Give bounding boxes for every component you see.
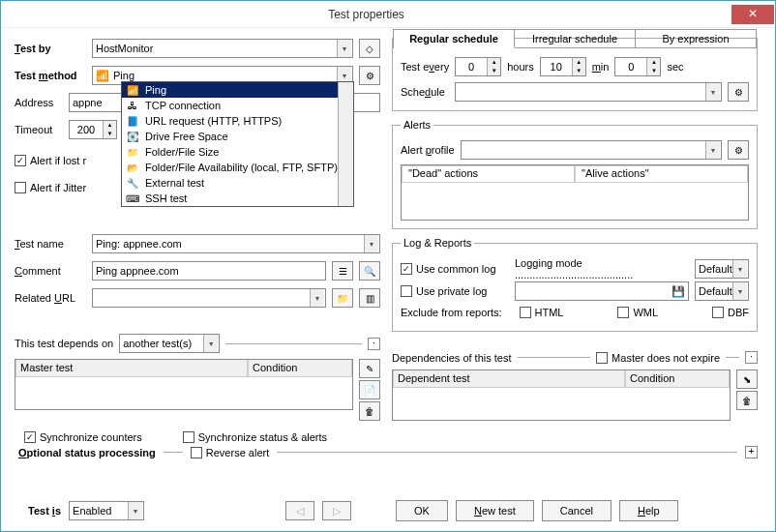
logging-mode-label: Logging mode ...........................… [515,257,689,281]
test-every-label: Test every [401,61,449,73]
min-label: min [592,61,610,73]
dd-item-ping[interactable]: 📶Ping [122,82,353,98]
deps-add-icon[interactable]: 📄 [359,380,380,399]
dd-item-external[interactable]: 🔧External test [122,175,353,191]
min-stepper[interactable]: 10▲▼ [540,57,586,76]
alert-profile-label: Alert profile [401,144,455,156]
sync-counters-checkbox[interactable]: ✓Synchronize counters [24,431,142,443]
window: Test properties ✕ Test by HostMonitor▼ ◇… [0,0,776,532]
sync-status-checkbox[interactable]: Synchronize status & alerts [183,431,327,443]
tab-regular[interactable]: Regular schedule [394,30,515,48]
col-master-test[interactable]: Master test [15,360,248,377]
deps-edit-icon[interactable]: ✎ [359,359,380,378]
private-log-input[interactable]: 💾 [515,281,689,301]
test-by-clear-icon[interactable]: ◇ [359,39,380,58]
address-label: Address [15,97,63,108]
dependent-test-table[interactable]: Dependent test Condition [392,369,731,421]
test-is-combo[interactable]: Enabled▼ [69,501,144,520]
related-url-combo[interactable]: ▼ [92,288,326,308]
reverse-alert-checkbox[interactable]: Reverse alert [191,447,269,458]
private-log-browse-icon[interactable]: 💾 [672,285,685,298]
tcp-icon: 🖧 [126,99,139,112]
dep-link-icon[interactable]: ⬊ [736,369,758,389]
depends-combo[interactable]: another test(s)▼ [119,334,220,353]
schedule-group: Regular schedule Irregular schedule By e… [392,38,758,111]
private-mode-combo[interactable]: Default▼ [695,281,749,301]
alive-actions-col: "Alive actions" [575,165,748,183]
dbf-checkbox[interactable]: DBF [712,307,749,318]
alerts-group: Alerts Alert profile ▼ ⚙ "Dead" actions … [392,125,758,229]
tab-expression[interactable]: By expression [636,30,756,47]
deps-delete-icon[interactable]: 🗑 [359,401,380,421]
schedule-options-icon[interactable]: ⚙ [728,82,749,102]
timeout-stepper[interactable]: 200 ▲▼ [69,120,117,139]
depends-collapse-icon[interactable]: · [368,338,380,350]
use-private-checkbox[interactable]: Use private log [401,285,509,297]
ok-button[interactable]: OK [396,500,448,521]
hours-stepper[interactable]: 0▲▼ [455,57,501,76]
test-name-label: Test name [15,238,86,250]
log-title: Log & Reports [401,237,474,249]
dd-item-folder-size[interactable]: 📁Folder/File Size [122,144,353,160]
master-expire-checkbox[interactable]: Master does not expire [596,352,720,364]
url-folder-icon[interactable]: 📁 [332,288,353,308]
schedule-tabs: Regular schedule Irregular schedule By e… [393,29,757,48]
comment-list-icon[interactable]: ☰ [332,261,353,281]
test-method-label: Test method [15,70,86,81]
alerts-title: Alerts [401,119,433,131]
wml-checkbox[interactable]: WML [617,307,658,318]
comment-input[interactable]: Ping appnee.com [92,261,326,281]
deps-collapse-icon[interactable]: · [745,351,758,364]
html-checkbox[interactable]: HTML [520,307,564,318]
dd-item-tcp[interactable]: 🖧TCP connection [122,98,353,113]
dep-delete-icon[interactable]: 🗑 [736,391,758,410]
alert-profile-options-icon[interactable]: ⚙ [728,140,749,160]
use-common-checkbox[interactable]: ✓Use common log [401,263,509,275]
dd-item-ssh[interactable]: ⌨SSH test [122,191,353,206]
drive-icon: 💽 [126,130,139,143]
actions-table[interactable]: "Dead" actions "Alive actions" [401,164,749,221]
test-method-dropdown[interactable]: 📶Ping 🖧TCP connection 📘URL request (HTTP… [121,81,354,207]
folder-avail-icon: 📂 [126,161,139,174]
next-button[interactable]: ▷ [322,501,351,520]
test-method-options-icon[interactable]: ⚙ [359,66,380,85]
titlebar: Test properties ✕ [1,1,775,28]
opt-status-label: Optional status processing [18,447,156,458]
opt-expand-icon[interactable]: + [745,446,758,458]
close-button[interactable]: ✕ [731,5,774,24]
col-dep-condition[interactable]: Condition [625,370,730,388]
tab-irregular[interactable]: Irregular schedule [515,30,636,47]
dd-item-drive[interactable]: 💽Drive Free Space [122,129,353,144]
log-group: Log & Reports ✓Use common log Logging mo… [392,243,758,332]
test-name-combo[interactable]: Ping: appnee.com▼ [92,234,380,253]
prev-button[interactable]: ◁ [285,501,314,520]
depends-label: This test depends on [15,338,113,349]
dropdown-scrollbar[interactable] [338,82,353,206]
folder-icon: 📁 [126,145,139,159]
related-url-label: Related URL [15,292,86,304]
new-test-button[interactable]: New test [456,500,534,521]
schedule-combo[interactable]: ▼ [455,82,722,102]
col-dependent-test[interactable]: Dependent test [393,370,625,388]
logging-mode-combo[interactable]: Default▼ [695,259,749,279]
test-by-combo[interactable]: HostMonitor▼ [92,39,353,58]
cancel-button[interactable]: Cancel [542,500,612,521]
sec-stepper[interactable]: 0▲▼ [614,57,661,76]
dd-item-url[interactable]: 📘URL request (HTTP, HTTPS) [122,113,353,129]
external-icon: 🔧 [126,176,139,190]
url-browse-icon[interactable]: ▥ [359,288,380,308]
url-icon: 📘 [126,114,139,128]
hours-label: hours [507,61,534,73]
help-button[interactable]: Help [619,500,678,521]
col-condition[interactable]: Condition [248,360,352,377]
timeout-label: Timeout [15,124,63,135]
alert-jitter-checkbox[interactable]: Alert if Jitter [15,182,86,193]
comment-search-icon[interactable]: 🔍 [359,261,380,281]
dd-item-folder-avail[interactable]: 📂Folder/File Availability (local, FTP, S… [122,160,353,175]
deps-title: Dependencies of this test [392,352,512,364]
master-test-table[interactable]: Master test Condition [15,359,353,410]
alert-lost-checkbox[interactable]: ✓Alert if lost r [15,155,86,166]
sec-label: sec [667,61,683,73]
comment-label: Comment [15,265,86,277]
alert-profile-combo[interactable]: ▼ [461,140,722,160]
